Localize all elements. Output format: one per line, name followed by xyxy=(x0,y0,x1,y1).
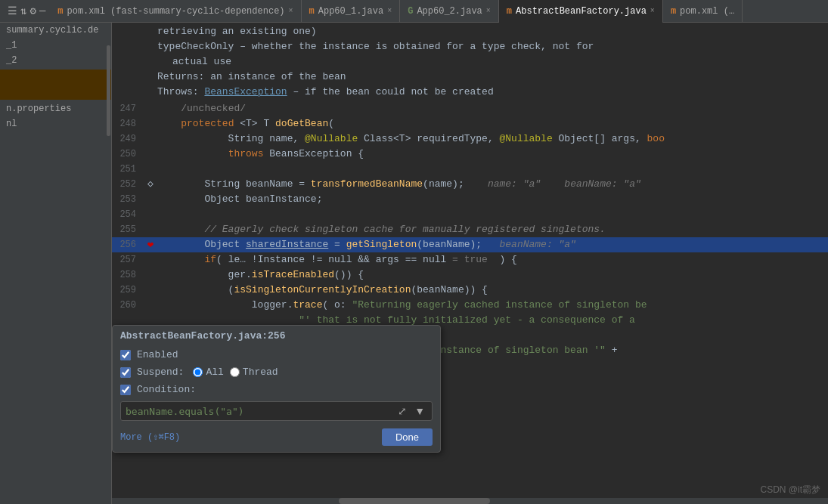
code-line-254: 254 xyxy=(112,207,828,222)
tab-label-abstract: AbstractBeanFactory.java xyxy=(516,6,647,17)
code-line-249: 249 String name, @Nullable Class<T> requ… xyxy=(112,131,828,147)
tab-icon-abstract: m xyxy=(507,6,512,17)
sidebar: summary.cyclic.de _1 _2 n.properties nl xyxy=(0,23,112,504)
bp-suspend-row: Suspend: All Thread xyxy=(113,363,440,381)
bp-panel-footer: More (⇧⌘F8) Done xyxy=(113,424,440,452)
condition-label: Condition: xyxy=(137,384,196,395)
condition-input[interactable] xyxy=(126,406,392,417)
code-line-257: 257 if( le… !Instance != null && args ==… xyxy=(112,252,828,267)
code-lines: 247 /unchecked/ 248 protected <T> T doGe… xyxy=(112,101,828,358)
doc-line-4: Returns: an instance of the bean xyxy=(157,70,828,85)
radio-thread-label: Thread xyxy=(243,366,278,378)
radio-thread-input[interactable] xyxy=(230,367,240,377)
tab-abstract[interactable]: m AbstractBeanFactory.java × xyxy=(499,0,663,23)
arrows-icon[interactable]: ⇅ xyxy=(20,5,26,17)
tab-label-pom1: pom.xml (fast-summary-cyclic-dependence) xyxy=(67,6,284,17)
tab-label-app1: App60_1.java xyxy=(318,6,383,17)
bp-condition-row: Condition: xyxy=(113,381,440,398)
condition-box[interactable]: ⤢ ▼ xyxy=(120,401,433,421)
hover-doc: retrieving an existing one) typeCheckOnl… xyxy=(112,23,828,101)
code-line-250: 250 throws BeansException { xyxy=(112,147,828,162)
code-line-253: 253 Object beanInstance; xyxy=(112,192,828,207)
tab-close-app2[interactable]: × xyxy=(486,7,491,15)
tab-close-abstract[interactable]: × xyxy=(650,7,655,15)
tab-icon-app2: G xyxy=(408,6,413,17)
suspend-radio-group: All Thread xyxy=(193,366,278,378)
tab-icon-pom1: m xyxy=(57,6,63,17)
watermark: CSDN @it霸梦 xyxy=(760,484,820,496)
breakpoint-marker[interactable]: ❤️ xyxy=(147,237,154,252)
tab-close-app1[interactable]: × xyxy=(387,7,392,15)
tab-bar: ☰ ⇅ ⚙ ─ m pom.xml (fast-summary-cyclic-d… xyxy=(0,0,828,23)
doc-line-3: actual use xyxy=(157,54,828,70)
code-line-248: 248 protected <T> T doGetBean( xyxy=(112,116,828,131)
code-line-260: 260 logger.trace( o: "Returning eagerly … xyxy=(112,298,828,313)
code-line-255: 255 // Eagerly check singleton cache for… xyxy=(112,222,828,237)
tab-pom1[interactable]: m pom.xml (fast-summary-cyclic-dependenc… xyxy=(50,0,301,23)
doc-line-1: retrieving an existing one) xyxy=(157,24,828,39)
tab-icon-app1: m xyxy=(309,6,315,17)
tab-pom2[interactable]: m pom.xml (… xyxy=(663,0,743,23)
dropdown-condition-button[interactable]: ▼ xyxy=(412,405,427,417)
sidebar-vertical-scrollbar[interactable] xyxy=(107,45,110,136)
code-line-251: 251 xyxy=(112,162,828,177)
tab-icon-pom2: m xyxy=(671,6,676,17)
enabled-checkbox[interactable] xyxy=(120,350,131,360)
radio-thread[interactable]: Thread xyxy=(230,366,278,378)
radio-all[interactable]: All xyxy=(193,366,223,378)
code-line-256: 256 ❤️ Object sharedInstance = getSingle… xyxy=(112,237,828,252)
more-link[interactable]: More (⇧⌘F8) xyxy=(120,431,180,443)
minus-icon[interactable]: ─ xyxy=(39,5,45,17)
sidebar-item-3[interactable]: n.properties xyxy=(0,101,111,116)
tab-close-pom1[interactable]: × xyxy=(289,7,293,15)
code-editor[interactable]: retrieving an existing one) typeCheckOnl… xyxy=(112,23,828,504)
suspend-label: Suspend: xyxy=(137,366,184,378)
doc-line-2: typeCheckOnly – whether the instance is … xyxy=(157,39,828,54)
doc-line-5: Throws: BeansException – if the bean cou… xyxy=(157,85,828,100)
breakpoint-panel: AbstractBeanFactory.java:256 Enabled Sus… xyxy=(112,325,441,453)
tab-label-pom2: pom.xml (… xyxy=(680,6,734,17)
radio-all-input[interactable] xyxy=(193,367,203,377)
tab-app60-2[interactable]: G App60_2.java × xyxy=(400,0,499,23)
tab-label-app2: App60_2.java xyxy=(417,6,482,17)
sidebar-scrollbar-thumb xyxy=(0,70,111,100)
radio-all-label: All xyxy=(206,366,223,378)
done-button[interactable]: Done xyxy=(382,428,433,446)
tab-app60-1[interactable]: m App60_1.java × xyxy=(302,0,401,23)
code-line-258: 258 ger.isTraceEnabled()) { xyxy=(112,267,828,283)
sidebar-item-0[interactable]: summary.cyclic.de xyxy=(0,23,111,38)
sidebar-item-4[interactable]: nl xyxy=(0,116,111,131)
hamburger-icon[interactable]: ☰ xyxy=(8,5,17,17)
enabled-label: Enabled xyxy=(137,349,178,360)
settings-icon[interactable]: ⚙ xyxy=(29,5,36,17)
horizontal-scrollbar[interactable] xyxy=(112,498,828,504)
code-line-259: 259 (isSingletonCurrentlyInCreation(bean… xyxy=(112,283,828,298)
sidebar-item-1[interactable]: _1 xyxy=(0,38,111,53)
scrollbar-thumb[interactable] xyxy=(339,498,490,504)
code-line-247: 247 /unchecked/ xyxy=(112,101,828,116)
bp-panel-title: AbstractBeanFactory.java:256 xyxy=(113,326,440,346)
main-area: summary.cyclic.de _1 _2 n.properties nl … xyxy=(0,23,828,504)
sidebar-item-2[interactable]: _2 xyxy=(0,53,111,68)
code-line-252: 252 ◇ String beanName = transformedBeanN… xyxy=(112,177,828,192)
toolbar-left: ☰ ⇅ ⚙ ─ xyxy=(3,5,50,17)
expand-condition-button[interactable]: ⤢ xyxy=(395,405,409,417)
bp-enabled-row: Enabled xyxy=(113,346,440,363)
condition-checkbox[interactable] xyxy=(120,385,131,395)
suspend-checkbox[interactable] xyxy=(120,367,131,378)
